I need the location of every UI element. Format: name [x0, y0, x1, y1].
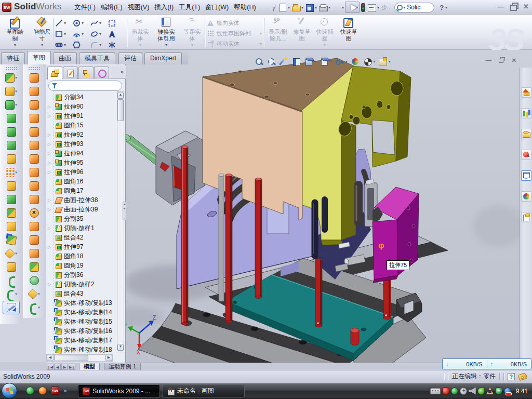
- slot-tool[interactable]: ▾: [55, 39, 72, 50]
- intersect-button[interactable]: [1, 220, 22, 233]
- quick-snaps-button[interactable]: 快速捕捉▾: [314, 16, 336, 48]
- display-style-icon[interactable]: [320, 57, 329, 66]
- undo-icon[interactable]: [331, 3, 341, 12]
- tree-item[interactable]: 组合42: [46, 233, 116, 242]
- smart-dimension-button[interactable]: 智能尺寸▾: [29, 16, 55, 48]
- move-body-button[interactable]: [1, 233, 22, 247]
- dropdown-arrow-icon[interactable]: ▾: [38, 292, 40, 296]
- tree-item[interactable]: 分割36: [46, 270, 116, 280]
- tree-item[interactable]: 实体-移动/复制14: [46, 308, 116, 317]
- tree-item[interactable]: ▷切除-放样2: [46, 280, 116, 289]
- tree-item[interactable]: 分割34: [46, 92, 116, 102]
- tab-features[interactable]: 特征: [1, 52, 25, 64]
- radiate-surface-button[interactable]: [23, 166, 45, 179]
- dropdown-arrow-icon[interactable]: ▾: [389, 60, 391, 64]
- dropdown-arrow-icon[interactable]: ▾: [64, 21, 66, 25]
- dropdown-arrow-icon[interactable]: ▾: [315, 5, 317, 10]
- tree-item[interactable]: ▷拉伸92: [46, 130, 116, 139]
- dropdown-arrow-icon[interactable]: ▾: [99, 32, 101, 36]
- taskpane-resources-button[interactable]: [521, 108, 531, 118]
- boundary-surface-button[interactable]: [23, 125, 45, 139]
- flex-button[interactable]: [1, 260, 22, 274]
- dropdown-arrow-icon[interactable]: ▾: [328, 5, 330, 10]
- tab-nav-first-icon[interactable]: ❘◀: [47, 364, 54, 370]
- dropdown-arrow-icon[interactable]: ▾: [324, 43, 326, 47]
- dropdown-arrow-icon[interactable]: ▾: [64, 32, 66, 36]
- menu-tools[interactable]: 工具(T): [176, 1, 203, 14]
- zoom-area-icon[interactable]: [267, 57, 276, 66]
- tree-item[interactable]: ▷拉伸91: [46, 111, 116, 121]
- tree-item[interactable]: ▷拉伸97: [46, 242, 116, 251]
- tree-item[interactable]: ▷曲面-拉伸38: [46, 195, 116, 205]
- menu-window[interactable]: 窗口(W): [203, 1, 231, 14]
- manager-tab-dimxpertmanager[interactable]: [94, 66, 109, 79]
- indent-button[interactable]: ▾: [1, 247, 22, 260]
- tree-vertical-scrollbar[interactable]: ▲▼: [117, 91, 124, 351]
- zoom-fit-icon[interactable]: [255, 57, 264, 66]
- dropdown-arrow-icon[interactable]: ▾: [15, 89, 17, 94]
- tree-item[interactable]: 实体-移动/复制18: [46, 345, 116, 354]
- rapid-sketch-button[interactable]: 快速草图: [337, 16, 361, 48]
- tray-warning-icon[interactable]: [486, 388, 494, 394]
- tree-item[interactable]: 组合43: [46, 289, 116, 298]
- offset-entities-button[interactable]: 等距实体▾: [181, 16, 204, 48]
- extend-surface-button[interactable]: [23, 233, 45, 247]
- dropdown-arrow-icon[interactable]: ▾: [82, 21, 84, 25]
- fillet-surface-button[interactable]: [23, 260, 45, 274]
- dropdown-arrow-icon[interactable]: ▾: [260, 42, 262, 46]
- tree-item[interactable]: 实体-移动/复制13: [46, 298, 116, 308]
- point-tool[interactable]: [108, 39, 125, 50]
- taskpane-custom-properties-button[interactable]: [521, 212, 531, 222]
- tab-nav-prev-icon[interactable]: ◀: [54, 364, 61, 370]
- model-tab[interactable]: 模型: [79, 363, 100, 370]
- lofted-boss-button[interactable]: [1, 125, 22, 139]
- quicklaunch-solidworks-icon[interactable]: SW: [51, 387, 59, 395]
- tray-shield-plus-icon[interactable]: [495, 388, 502, 395]
- magic-wand-icon[interactable]: [280, 57, 289, 66]
- scroll-left-icon[interactable]: ◀: [47, 355, 54, 361]
- filled-surface-button[interactable]: [23, 139, 45, 152]
- appearances-icon[interactable]: [351, 57, 360, 66]
- tree-item[interactable]: 圆角17: [46, 186, 116, 195]
- taskbar-button[interactable]: SWSolidWorks 2009 - ...: [78, 384, 160, 397]
- thicken-button[interactable]: [23, 193, 45, 206]
- start-button[interactable]: [2, 383, 17, 398]
- tray-badge-icon[interactable]: [460, 388, 467, 395]
- curve-button[interactable]: ▾: [1, 287, 22, 301]
- print-icon[interactable]: [318, 3, 328, 12]
- manager-tab-propertymanager[interactable]: [63, 66, 78, 79]
- taskpane-appearances-button[interactable]: [521, 191, 531, 202]
- tab-surfaces[interactable]: 曲面: [53, 52, 77, 64]
- dropdown-arrow-icon[interactable]: ▾: [191, 43, 193, 47]
- circle-tool[interactable]: ▾: [73, 18, 90, 28]
- menu-view[interactable]: 视图(V): [125, 1, 152, 14]
- manager-tab-featuremanager[interactable]: [47, 66, 62, 79]
- menu-help[interactable]: 帮助(H): [231, 1, 258, 14]
- parting-line-button[interactable]: ▾: [23, 287, 45, 301]
- tree-item[interactable]: 圆角18: [46, 251, 116, 261]
- freeform-button[interactable]: [1, 152, 22, 166]
- model-view[interactable]: φ X Y Z: [126, 50, 532, 363]
- dropdown-arrow-icon[interactable]: ▾: [99, 21, 101, 25]
- tree-item[interactable]: 实体-移动/复制15: [46, 317, 116, 326]
- polygon-tool[interactable]: [73, 39, 90, 50]
- dropdown-arrow-icon[interactable]: ▾: [14, 43, 16, 47]
- rib-button[interactable]: [1, 179, 22, 193]
- dropdown-arrow-icon[interactable]: ▾: [301, 5, 303, 10]
- knit-surface-button[interactable]: [23, 179, 45, 193]
- part-gray-clamp[interactable]: [126, 131, 205, 205]
- pattern-button[interactable]: ▾: [1, 166, 22, 179]
- tray-shield-red-icon[interactable]: [442, 388, 449, 395]
- dropdown-arrow-icon[interactable]: ▾: [288, 5, 290, 10]
- taskpane-design-library-button[interactable]: [521, 129, 531, 139]
- scroll-right-icon[interactable]: ▶: [105, 355, 112, 361]
- close-button[interactable]: ✕: [523, 3, 529, 11]
- new-document-icon[interactable]: [277, 3, 287, 12]
- tree-horizontal-scrollbar[interactable]: ◀▶: [46, 354, 113, 362]
- swept-surface-button[interactable]: [23, 98, 45, 112]
- tree-item[interactable]: ▷拉伸96: [46, 167, 116, 177]
- view-orientation-icon[interactable]: [304, 57, 314, 66]
- replace-face-button[interactable]: [23, 220, 45, 233]
- model-tab[interactable]: 运动算例 1: [104, 363, 141, 370]
- dropdown-arrow-icon[interactable]: ▾: [64, 43, 66, 47]
